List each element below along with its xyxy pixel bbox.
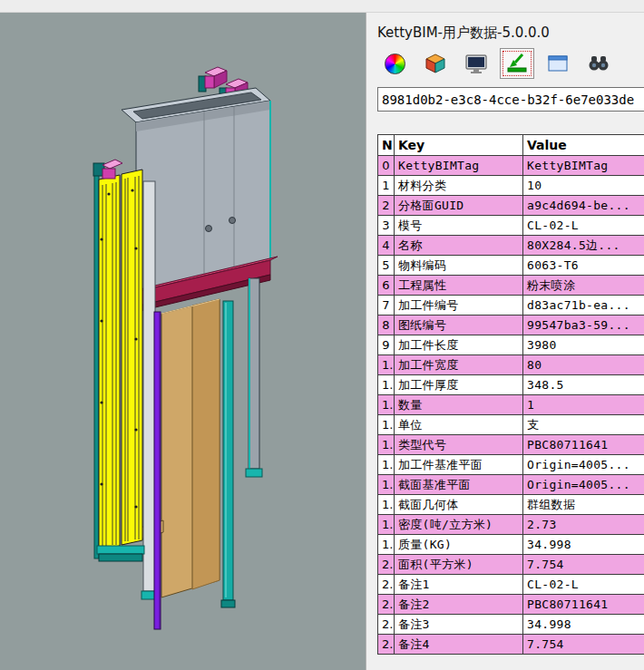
table-row[interactable]: 2分格面GUIDa9c4d694-be... xyxy=(378,196,644,216)
cell-value[interactable]: 10 xyxy=(523,176,644,196)
table-row[interactable]: 2.面积(平方米)7.754 xyxy=(378,555,644,575)
monitor-button[interactable] xyxy=(459,48,493,79)
cell-key[interactable]: 截面几何体 xyxy=(395,495,523,515)
table-row[interactable]: 2.备注47.754 xyxy=(378,635,644,655)
table-row[interactable]: 5物料编码6063-T6 xyxy=(378,256,644,276)
cell-index[interactable]: 2. xyxy=(378,555,395,575)
cell-index[interactable]: 9 xyxy=(378,335,395,355)
cell-value[interactable]: 粉末喷涂 xyxy=(523,276,644,296)
table-row[interactable]: 3模号CL-02-L xyxy=(378,216,644,236)
cell-value[interactable]: Origin=4005... xyxy=(523,455,644,475)
cell-value[interactable]: 2.73 xyxy=(523,515,644,535)
cell-value[interactable]: a9c4d694-be... xyxy=(523,196,644,216)
table-row[interactable]: 1.类型代号PBC80711641 xyxy=(378,435,644,455)
cell-index[interactable]: 1. xyxy=(378,415,395,435)
table-row[interactable]: 1.数量1 xyxy=(378,395,644,415)
cell-value[interactable]: 34.998 xyxy=(523,615,644,635)
table-row[interactable]: 1.加工件宽度80 xyxy=(378,355,644,375)
column-header-index[interactable]: N xyxy=(378,135,395,156)
model-tan-panel[interactable] xyxy=(161,299,220,597)
cell-index[interactable]: 1 xyxy=(378,176,395,196)
cell-key[interactable]: 密度(吨/立方米) xyxy=(395,515,523,535)
cell-key[interactable]: 物料编码 xyxy=(395,256,523,276)
cell-key[interactable]: 面积(平方米) xyxy=(395,555,523,575)
table-row[interactable]: 1.截面基准平面Origin=4005... xyxy=(378,475,644,495)
find-button[interactable] xyxy=(581,48,616,79)
table-row[interactable]: 8图纸编号99547ba3-59... xyxy=(378,316,644,335)
cell-index[interactable]: 4 xyxy=(378,236,395,256)
cell-index[interactable]: 6 xyxy=(378,276,395,296)
table-row[interactable]: 1.密度(吨/立方米)2.73 xyxy=(378,515,644,535)
cell-index[interactable]: 1. xyxy=(378,515,395,535)
cell-value[interactable]: PBC80711641 xyxy=(523,435,644,455)
cell-key[interactable]: 工程属性 xyxy=(395,276,523,296)
cell-index[interactable]: 2. xyxy=(378,575,395,595)
3d-viewport[interactable] xyxy=(0,13,366,670)
cell-value[interactable]: 7.754 xyxy=(523,555,644,575)
cell-key[interactable]: 分格面GUID xyxy=(395,196,523,216)
table-row[interactable]: 0KettyBIMTagKettyBIMTag xyxy=(378,156,644,176)
cell-key[interactable]: 单位 xyxy=(395,415,523,435)
table-row[interactable]: 2.备注2PBC80711641 xyxy=(378,595,644,615)
cell-value[interactable]: 3980 xyxy=(523,335,644,355)
cell-index[interactable]: 1. xyxy=(378,435,395,455)
cell-key[interactable]: KettyBIMTag xyxy=(395,156,523,176)
table-row[interactable]: 1.质量(KG)34.998 xyxy=(378,535,644,555)
cell-index[interactable]: 2. xyxy=(378,595,395,615)
cell-index[interactable]: 2. xyxy=(378,615,395,635)
cell-value[interactable]: 34.998 xyxy=(523,535,644,555)
cell-value[interactable]: 80X284.5边... xyxy=(523,236,644,256)
cell-value[interactable]: 6063-T6 xyxy=(523,256,644,276)
cell-value[interactable]: CL-02-L xyxy=(523,216,644,236)
cell-key[interactable]: 加工件编号 xyxy=(395,296,523,316)
cell-index[interactable]: 5 xyxy=(378,256,395,276)
table-row[interactable]: 7加工件编号d83ac71b-ea... xyxy=(378,296,644,316)
column-header-value[interactable]: Value xyxy=(523,135,644,156)
cell-key[interactable]: 备注3 xyxy=(395,615,523,635)
import-data-button[interactable] xyxy=(500,48,534,79)
cell-index[interactable]: 1. xyxy=(378,475,395,495)
cell-value[interactable]: 1 xyxy=(523,395,644,415)
cell-value[interactable]: Origin=4005... xyxy=(523,475,644,495)
cell-index[interactable]: 2 xyxy=(378,196,395,216)
cell-value[interactable]: KettyBIMTag xyxy=(523,156,644,176)
cell-value[interactable]: d83ac71b-ea... xyxy=(523,296,644,316)
cell-index[interactable]: 3 xyxy=(378,216,395,236)
cell-value[interactable]: 99547ba3-59... xyxy=(523,316,644,335)
table-row[interactable]: 2.备注1CL-02-L xyxy=(378,575,644,595)
cell-index[interactable]: 0 xyxy=(378,156,395,176)
table-row[interactable]: 1.单位支 xyxy=(378,415,644,435)
table-row[interactable]: 9加工件长度3980 xyxy=(378,335,644,355)
cell-key[interactable]: 名称 xyxy=(395,236,523,256)
cell-index[interactable]: 2. xyxy=(378,635,395,655)
cell-value[interactable]: 支 xyxy=(523,415,644,435)
cell-key[interactable]: 加工件厚度 xyxy=(395,375,523,395)
cell-key[interactable]: 加工件长度 xyxy=(395,335,523,355)
cell-index[interactable]: 1. xyxy=(378,535,395,555)
cell-key[interactable]: 加工件宽度 xyxy=(395,355,523,375)
cell-key[interactable]: 材料分类 xyxy=(395,176,523,196)
table-row[interactable]: 1.截面几何体群组数据 xyxy=(378,495,644,515)
cell-key[interactable]: 类型代号 xyxy=(395,435,523,455)
table-row[interactable]: 1材料分类10 xyxy=(378,176,644,196)
cell-value[interactable]: 群组数据 xyxy=(523,495,644,515)
cell-value[interactable]: CL-02-L xyxy=(523,575,644,595)
cube-button[interactable] xyxy=(418,48,453,79)
cell-value[interactable]: 7.754 xyxy=(523,635,644,655)
cell-index[interactable]: 1. xyxy=(378,455,395,475)
cell-value[interactable]: 80 xyxy=(523,355,644,375)
model-purple-member[interactable] xyxy=(154,312,161,629)
cell-value[interactable]: PBC80711641 xyxy=(523,595,644,615)
cell-index[interactable]: 1. xyxy=(378,495,395,515)
model-yellow-mullions[interactable] xyxy=(93,160,144,561)
table-row[interactable]: 1.加工件基准平面Origin=4005... xyxy=(378,455,644,475)
color-wheel-button[interactable] xyxy=(377,48,412,79)
cell-key[interactable]: 数量 xyxy=(395,395,523,415)
cell-key[interactable]: 备注1 xyxy=(395,575,523,595)
table-row[interactable]: 6工程属性粉末喷涂 xyxy=(378,276,644,296)
cell-key[interactable]: 备注4 xyxy=(395,635,523,655)
cell-key[interactable]: 质量(KG) xyxy=(395,535,523,555)
model-right-member[interactable] xyxy=(246,278,262,477)
window-button[interactable] xyxy=(541,48,575,79)
model-teal-mullion[interactable] xyxy=(221,301,235,607)
